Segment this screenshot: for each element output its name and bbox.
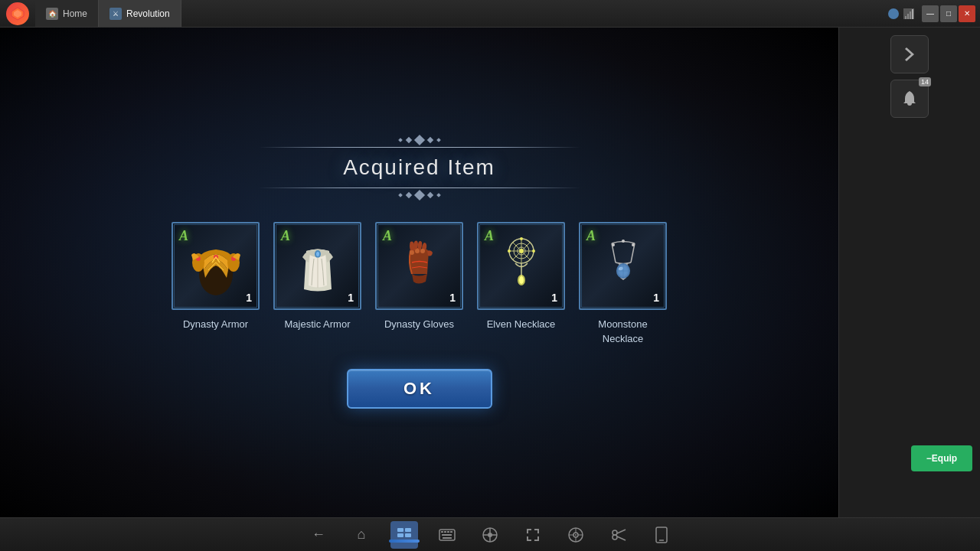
taskbar-expand-button[interactable] <box>519 521 547 549</box>
ornament-diamond-2 <box>405 137 411 143</box>
item-name-majestic-armor: Majestic Armor <box>285 318 351 331</box>
ok-button[interactable]: OK <box>347 369 492 409</box>
close-button[interactable]: ✕ <box>959 5 975 22</box>
tab-home-label: Home <box>63 8 87 19</box>
svg-rect-44 <box>442 534 452 536</box>
sidebar-btn-arrow[interactable] <box>890 35 929 73</box>
right-sidebar: 14 −Equip <box>838 28 980 517</box>
game-area: Acquired Item A <box>0 28 838 517</box>
taskbar: ← ⌂ <box>0 517 980 551</box>
title-bar: 🏠 Home ⚔ Revolution — □ ✕ <box>0 0 980 28</box>
bot-ornament-4 <box>426 192 433 198</box>
svg-point-27 <box>632 243 635 246</box>
network-icon <box>888 8 899 19</box>
ornament-diamond-5 <box>436 138 441 142</box>
item-name-moonstone-necklace: Moonstone Necklace <box>579 318 667 345</box>
item-slot-dynasty-armor[interactable]: A <box>172 222 260 310</box>
taskbar-keyboard-button[interactable] <box>433 521 461 549</box>
svg-point-26 <box>612 243 615 246</box>
item-slot-majestic-armor[interactable]: A <box>273 222 361 310</box>
sidebar-btn-notification[interactable]: 14 <box>890 80 929 118</box>
item-elven-necklace[interactable]: A <box>477 222 565 345</box>
svg-point-52 <box>575 534 577 536</box>
home-icon: ⌂ <box>358 527 366 543</box>
bluestacks-logo <box>6 2 29 25</box>
item-count-elven-necklace: 1 <box>551 292 557 304</box>
window-controls: — □ ✕ <box>922 5 980 22</box>
item-name-dynasty-armor: Dynasty Armor <box>183 318 248 331</box>
item-grade-majestic-armor: A <box>281 228 290 244</box>
svg-rect-35 <box>397 528 403 532</box>
svg-point-21 <box>508 249 511 253</box>
grid-icon <box>397 527 412 538</box>
keyboard-icon <box>439 529 456 541</box>
item-dynasty-armor[interactable]: A <box>172 222 260 345</box>
item-slot-dynasty-gloves[interactable]: A <box>375 222 463 310</box>
back-icon: ← <box>312 527 325 543</box>
item-slot-elven-necklace[interactable]: A <box>477 222 565 310</box>
svg-point-28 <box>622 240 625 243</box>
signal-icon <box>903 8 914 19</box>
acquired-item-dialog: Acquired Item A <box>152 136 688 408</box>
ornament-diamond-4 <box>426 137 433 143</box>
item-dynasty-gloves[interactable]: A <box>375 222 463 345</box>
item-majestic-armor[interactable]: A <box>273 222 361 345</box>
taskbar-active-dot <box>389 540 420 543</box>
svg-point-49 <box>488 533 492 537</box>
svg-point-11 <box>415 249 420 253</box>
header-line-top <box>259 147 580 148</box>
bot-ornament-1 <box>398 193 403 197</box>
maximize-button[interactable]: □ <box>940 5 957 22</box>
item-grade-dynasty-gloves: A <box>383 228 392 244</box>
svg-rect-36 <box>405 528 411 532</box>
svg-point-12 <box>420 249 425 253</box>
svg-line-60 <box>617 536 626 540</box>
ornament-diamond-1 <box>398 138 403 142</box>
equip-button[interactable]: −Equip <box>911 445 972 471</box>
tab-home[interactable]: 🏠 Home <box>35 0 99 27</box>
home-tab-icon: 🏠 <box>46 8 58 20</box>
scissors-icon <box>610 527 627 543</box>
svg-point-9 <box>316 252 319 256</box>
svg-point-20 <box>519 249 524 253</box>
tab-game[interactable]: ⚔ Revolution <box>99 0 181 27</box>
svg-rect-41 <box>444 531 446 533</box>
item-count-moonstone-necklace: 1 <box>653 292 659 304</box>
minimize-button[interactable]: — <box>922 5 939 22</box>
game-tab-icon: ⚔ <box>109 8 122 20</box>
tab-game-label: Revolution <box>126 8 170 19</box>
item-count-dynasty-armor: 1 <box>246 292 252 304</box>
item-name-elven-necklace: Elven Necklace <box>487 318 556 331</box>
title-bar-icons <box>880 8 922 19</box>
taskbar-center-button[interactable] <box>390 521 418 549</box>
header-line-bottom <box>259 187 580 188</box>
taskbar-tools1-button[interactable] <box>476 521 504 549</box>
taskbar-phone-button[interactable] <box>648 521 675 549</box>
svg-rect-45 <box>443 537 452 539</box>
svg-rect-40 <box>441 531 443 533</box>
title-bar-tabs: 🏠 Home ⚔ Revolution <box>35 0 880 27</box>
item-grade-dynasty-armor: A <box>179 228 188 244</box>
taskbar-scissors-button[interactable] <box>605 521 632 549</box>
svg-rect-43 <box>450 531 452 533</box>
tools1-icon <box>482 527 498 543</box>
taskbar-back-button[interactable]: ← <box>305 521 332 549</box>
item-grade-elven-necklace: A <box>485 228 494 244</box>
item-name-dynasty-gloves: Dynasty Gloves <box>384 318 454 331</box>
bot-ornament-2 <box>405 192 411 198</box>
svg-rect-38 <box>405 533 411 537</box>
item-slot-moonstone-necklace[interactable]: A <box>579 222 667 310</box>
arrow-right-icon <box>900 45 919 64</box>
top-ornament <box>399 136 440 144</box>
taskbar-map-button[interactable] <box>562 521 590 549</box>
map-icon <box>567 527 584 543</box>
items-row: A <box>172 222 667 345</box>
svg-rect-37 <box>397 533 403 537</box>
taskbar-home-button[interactable]: ⌂ <box>348 521 375 549</box>
svg-point-22 <box>532 249 535 253</box>
bluestacks-window: 🏠 Home ⚔ Revolution — □ ✕ <box>0 0 980 551</box>
bot-ornament-5 <box>436 193 441 197</box>
item-grade-moonstone-necklace: A <box>586 228 596 244</box>
bot-ornament-3 <box>413 190 424 201</box>
item-moonstone-necklace[interactable]: A <box>579 222 667 345</box>
